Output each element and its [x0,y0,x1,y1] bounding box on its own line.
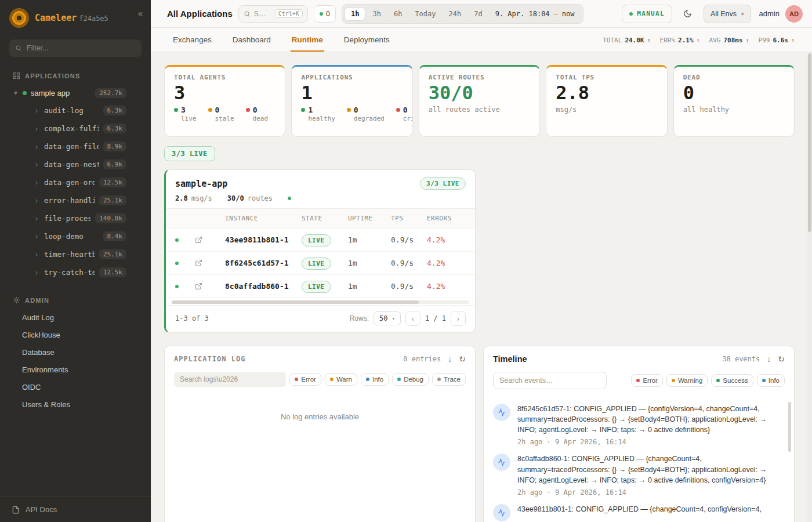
status-dot [366,378,369,381]
filter-input[interactable] [27,44,136,52]
sidebar-item-error-handling[interactable]: › error-handling-… 25.1k [0,191,151,209]
count-badge: 6.3k [103,106,127,115]
health-dot [288,197,291,200]
filter-chip-warning[interactable]: Warning [666,374,708,387]
filter-chip-info[interactable]: Info [361,373,389,386]
download-icon[interactable]: ↓ [448,354,452,364]
admin-item-audit-log[interactable]: Audit Log [0,309,151,326]
stat-card-active-routes: ACTIVE ROUTES 30/0 all routes active [419,65,540,137]
count-badge: 8.4k [103,231,127,241]
admin-item-users-roles[interactable]: Users & Roles [0,396,151,413]
applications-section-header: APPLICATIONS [0,72,151,79]
sidebar-item-data-gen-files[interactable]: › data-gen-files 8.9k [0,137,151,155]
refresh-icon[interactable]: ↻ [459,354,466,364]
sidebar-item-file-processing[interactable]: › file-processing 140.8k [0,209,151,227]
sidebar-item-sample-app[interactable]: ▾ sample app 252.7k [0,84,151,102]
admin-item-oidc[interactable]: OIDC [0,378,151,396]
sidebar-item-try-catch-test[interactable]: › try-catch-test 12.5k [0,263,151,281]
time-range-24h[interactable]: 24h [443,8,467,20]
count-badge: 25.1k [99,195,126,205]
status-dot [175,238,179,242]
status-dot [347,108,351,112]
environment-select[interactable]: All Envs ▾ [704,5,751,23]
sidebar-item-loop-demo[interactable]: › loop-demo 8.4k [0,227,151,245]
tab-exchanges[interactable]: Exchanges [172,28,213,52]
sidebar-item-data-gen-nested[interactable]: › data-gen-neste… 6.9k [0,155,151,173]
admin-item-database[interactable]: Database [0,343,151,361]
collapse-sidebar-icon[interactable]: « [138,8,143,18]
status-dot [295,378,298,381]
trend-up-icon: ↑ [791,37,795,44]
date-range-display[interactable]: 9. Apr. 18:04 — now [490,10,581,18]
time-range-3h[interactable]: 3h [367,8,386,20]
filter-chip-error[interactable]: Error [631,374,663,387]
online-status-chip[interactable]: O [314,5,336,23]
next-page-button[interactable]: › [451,311,466,326]
sidebar-item-audit-log[interactable]: › audit-log 6.3k [0,102,151,119]
status-dot [716,379,720,382]
timeline-event[interactable]: 8c0affadb860-1: CONFIG_APPLIED — {change… [493,454,785,496]
trend-up-icon: ↑ [697,37,700,44]
stat-card-total-tps: TOTAL TPS 2.8 msg/s [546,65,667,137]
event-timestamp: 2h ago · 9 Apr 2026, 16:14 [517,438,785,446]
dark-mode-toggle[interactable] [678,5,698,23]
filter-chip-error[interactable]: Error [289,373,321,386]
time-range-7d[interactable]: 7d [468,8,488,20]
status-dot [23,91,27,95]
content-area: TOTAL AGENTS 3 3 live 0 stale 0 [151,52,812,522]
search-placeholder: S… [254,10,271,18]
application-title: sample-app [175,179,227,189]
timeline-event[interactable]: 43ee9811b801-1: CONFIG_APPLIED — {change… [493,504,785,521]
manual-refresh-button[interactable]: MANUAL [622,5,672,23]
filter-chip-trace[interactable]: Trace [432,373,466,386]
status-dot [396,108,400,112]
page-scrollbar[interactable] [807,52,812,522]
admin-item-environments[interactable]: Environments [0,361,151,378]
download-icon[interactable]: ↓ [767,354,771,364]
rows-per-page-select[interactable]: 50 ▾ [374,311,401,325]
filter-chip-debug[interactable]: Debug [392,373,429,386]
refresh-icon[interactable]: ↻ [778,354,785,364]
filter-chip-warn[interactable]: Warn [325,373,357,386]
sidebar-filter [9,39,142,57]
api-docs-link[interactable]: API Docs [0,496,151,522]
chevron-right-icon: › [34,269,39,277]
filter-chip-info[interactable]: Info [757,374,785,387]
sidebar-item-data-gen-orders[interactable]: › data-gen-orders 12.5k [0,173,151,191]
online-dot [320,12,323,16]
prev-page-button[interactable]: ‹ [405,311,420,326]
instance-row: 8c0affadb860-1 LIVE 1m 0.9/s 4.2% 1 [166,275,475,298]
time-range-today[interactable]: Today [409,8,441,20]
status-dot [397,378,401,381]
timeline-scrollbar[interactable] [788,402,791,452]
tab-deployments[interactable]: Deployments [343,28,391,52]
avatar[interactable]: AD [785,5,803,23]
admin-item-clickhouse[interactable]: ClickHouse [0,326,151,343]
live-badge: LIVE [302,281,331,293]
scrollbar-thumb[interactable] [808,53,811,232]
external-link-icon[interactable] [195,259,225,267]
sidebar-item-timer-heartbeat[interactable]: › timer-heartbeat 25.1k [0,245,151,263]
search-icon [15,45,22,52]
horizontal-scrollbar[interactable] [172,300,469,304]
sidebar-item-complex-fulfillment[interactable]: › complex-fulfillm… 6.3k [0,119,151,137]
filter-chip-success[interactable]: Success [711,374,753,387]
activity-icon [493,454,510,471]
stat-card-dead: DEAD 0 all healthy [673,65,795,137]
chevron-right-icon: › [34,233,39,241]
live-status-chip[interactable]: 3/3 LIVE [164,146,215,161]
timeline-search-input[interactable] [493,372,607,389]
timeline-events-list: 8f6245c61d57-1: CONFIG_APPLIED — {config… [484,404,794,521]
time-range-6h[interactable]: 6h [388,8,408,20]
time-range-1h[interactable]: 1h [345,7,365,21]
tab-runtime[interactable]: Runtime [291,28,324,52]
main-area: All Applications S… Ctrl+K O 1h 3h 6h To… [151,0,812,522]
global-search[interactable]: S… Ctrl+K [238,5,308,23]
external-link-icon[interactable] [195,282,225,290]
log-search-input[interactable] [174,372,286,387]
timeline-event[interactable]: 8f6245c61d57-1: CONFIG_APPLIED — {config… [493,404,785,446]
stat-card-applications: APPLICATIONS 1 1 healthy 0 degraded 0 [291,65,412,137]
tab-dashboard[interactable]: Dashboard [231,28,272,52]
external-link-icon[interactable] [195,236,225,244]
scrollbar-thumb[interactable] [172,300,419,304]
